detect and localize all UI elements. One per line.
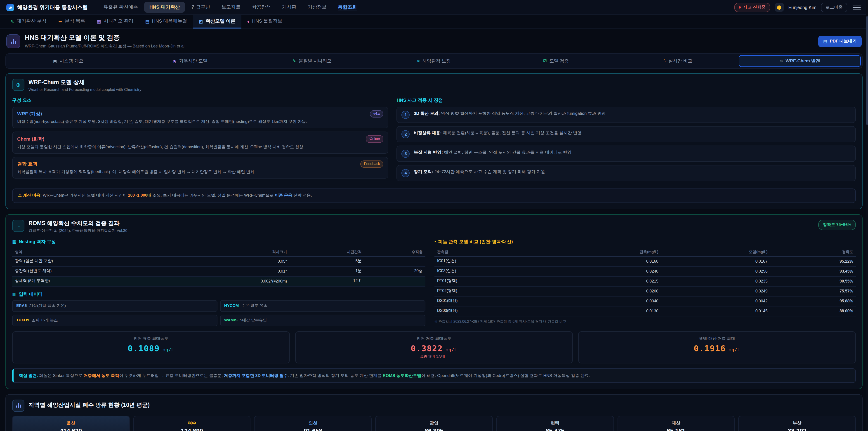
grid-icon: ▦ (12, 239, 17, 244)
logout-button[interactable]: 로그아웃 (821, 2, 847, 12)
benefit-number: 1 (402, 111, 410, 119)
region-body: 울산414,620m³/일1,037t/년 (14, 420, 127, 431)
subnav-tab-label: 분석 목록 (65, 18, 85, 24)
document-icon: ▤ (823, 39, 827, 43)
nesting-table: 영역격자크기시간간격수직층광역 (일본·대만 포함)0.05°5분중간역 (한반… (12, 247, 426, 286)
benefit-item: 2비정상류 대응: 해륙풍 전환(해풍↔육풍), 돌풍, 전선 통과 등 시변 … (397, 126, 856, 143)
chip-key: HYCOM (224, 303, 239, 308)
wrf-chem-section: ⊕ WRF-Chem 모델 상세 Weather Research and Fo… (5, 73, 863, 209)
subnav-tab-label: 대기확산 분석 (17, 18, 46, 24)
model-component-card: 결합 효과Feedback화학물질의 복사 효과가 기상장에 되먹임(feedb… (12, 157, 389, 179)
topnav-item[interactable]: 보고자료 (217, 2, 246, 13)
benefit-desc: 해안 절벽, 항만 구조물, 인접 도시의 건물 효과를 지형 데이터로 반영 (444, 150, 571, 155)
topnav-item[interactable]: HNS·대기확산 (145, 2, 185, 13)
region-body: 대산65,181m³/일346t/년 (620, 420, 733, 431)
wrf-section-header: ⊕ WRF-Chem 모델 상세 Weather Research and Fo… (6, 74, 862, 95)
inputs-heading: ▥ 입력 데이터 (12, 291, 426, 297)
column-header: 영역 (12, 247, 173, 256)
table-row: 중간역 (한반도 해역)0.01°1분20층 (12, 266, 426, 276)
region-name: 대산 (620, 420, 733, 426)
region-value: 86,395 (377, 428, 490, 431)
discharge-title: 지역별 해양산업시설 폐수 방류 현황 (10년 평균) (29, 401, 150, 409)
content-tab[interactable]: ϟ실시간 비교 (617, 55, 739, 67)
region-value: 91,658 (256, 428, 369, 431)
topnav-item[interactable]: 유출유 확산예측 (98, 2, 143, 13)
content-tab-label: WRF-Chem 발전 (785, 58, 820, 64)
observed-cell: 0.0130 (552, 306, 661, 316)
page-scrollbar[interactable] (866, 0, 868, 431)
content-tab[interactable]: ✎물질별 시나리오 (251, 55, 373, 67)
stat-label: 평택·대산 저층 최대 (582, 336, 852, 341)
benefit-item: 13D 확산 모의: 연직 방향 확산까지 포함한 정밀 농도장 계산. 고층 … (397, 107, 856, 123)
app-title: 해양환경 위기대응 통합시스템 (17, 4, 88, 11)
subnav-tab[interactable]: ♦HNS 물질정보 (241, 15, 288, 29)
lightning-icon: ϟ (663, 59, 666, 63)
wrf-columns: 구성 요소 WRF (기상)v4.x비정수압(non-hydrostatic) … (6, 95, 862, 187)
region-name: 평택 (499, 420, 612, 426)
benefits-heading: HNS 사고 적용 시 장점 (397, 97, 856, 103)
status-dot-icon (739, 6, 741, 8)
content-tab[interactable]: ▣시스템 개요 (7, 55, 129, 67)
modeled-cell: 0.0235 (661, 276, 770, 286)
observed-cell: 0.0200 (552, 286, 661, 296)
scenario-icon: ✎ (292, 59, 296, 63)
subnav-tab-label: HNS 물질정보 (252, 18, 282, 24)
incident-status-badge[interactable]: 사고 진행중 (734, 2, 770, 12)
subnav-tab[interactable]: ◩확산모델 이론 (193, 15, 241, 29)
benefit-number: 2 (402, 130, 410, 138)
stat-label: 인천 저층 최대농도 (299, 336, 569, 341)
globe-icon: ⊕ (12, 79, 24, 91)
accuracy-cell: 93.45% (770, 266, 856, 276)
station-cell: PT01(평택) (434, 276, 552, 286)
topnav-item[interactable]: 게시판 (277, 2, 301, 13)
app-brand[interactable]: w 해양환경 위기대응 통합시스템 (6, 3, 88, 11)
content-tab[interactable]: ≈해양환경 보정 (373, 55, 495, 67)
region-stat-card: 대산65,181m³/일346t/년 (617, 416, 735, 431)
wrf-benefits-column: HNS 사고 적용 시 장점 13D 확산 모의: 연직 방향 확산까지 포함한… (397, 95, 856, 184)
table-row: IC01(인천)0.01600.016795.22% (434, 256, 856, 266)
accuracy-badge: 정확도 75~96% (818, 219, 856, 230)
modeled-cell: 0.0145 (661, 306, 770, 316)
column-header: 모델(mg/L) (661, 247, 770, 256)
stat-value: 0.3822 mg/L (299, 343, 569, 353)
subnav-tab-label: 시나리오 관리 (104, 18, 133, 24)
content-tab-label: 시스템 개요 (59, 58, 84, 64)
stat-unit: mg/L (726, 347, 740, 352)
region-stat-card: 울산414,620m³/일1,037t/년 (12, 416, 129, 431)
benefit-number: 4 (402, 169, 410, 177)
notifications-button[interactable] (775, 3, 784, 12)
content-tab[interactable]: ⊕WRF-Chem 발전 (739, 55, 861, 67)
table-header-row: 관측점관측(mg/L)모델(mg/L)정확도 (434, 247, 856, 256)
topnav-item[interactable]: 긴급구난 (186, 2, 215, 13)
main-nav: 유출유 확산예측HNS·대기확산긴급구난보고자료항공탐색게시판기상정보통합조회 (98, 2, 362, 13)
model-component-card: Chem (화학)Online기상 모델과 동일한 시간 스텝에서 화학종의 이… (12, 132, 389, 154)
benefits-list: 13D 확산 모의: 연직 방향 확산까지 포함한 정밀 농도장 계산. 고층 … (397, 107, 856, 181)
accuracy-cell: 95.22% (770, 256, 856, 266)
phenol-table-head: 관측점관측(mg/L)모델(mg/L)정확도 (434, 247, 856, 256)
components-list: WRF (기상)v4.x비정수압(non-hydrostatic) 중규모 기상… (12, 107, 389, 179)
stat-label: 인천 표층 최대농도 (16, 336, 286, 341)
wrf-section-title: WRF-Chem 모델 상세 (29, 79, 142, 86)
table-row: IC03(인천)0.02400.025693.45% (434, 266, 856, 276)
content-tab[interactable]: ◉가우시안 모델 (129, 55, 251, 67)
scrollbar-thumb[interactable] (866, 16, 868, 125)
user-name[interactable]: Eunjeong Kim (788, 5, 816, 10)
topnav-item[interactable]: 항공탐색 (247, 2, 276, 13)
topnav-item[interactable]: 기상정보 (303, 2, 332, 13)
benefit-text: 복잡 지형 반영: 해안 절벽, 항만 구조물, 인접 도시의 건물 효과를 지… (414, 150, 571, 156)
topnav-item[interactable]: 통합조회 (333, 2, 362, 13)
column-header: 수직층 (364, 247, 426, 256)
chip-label: 수온·염분·유속 (240, 303, 268, 308)
subnav-tab[interactable]: ☰분석 목록 (53, 15, 91, 29)
subnav-tab[interactable]: ▦시나리오 관리 (91, 15, 140, 29)
components-heading: 구성 요소 (12, 97, 389, 103)
region-body: 평택85,475m³/일781t/년 (499, 420, 612, 431)
discharge-section: 지역별 해양산업시설 폐수 방류 현황 (10년 평균) 울산414,620m³… (5, 394, 863, 431)
content-tab[interactable]: ☑모델 검증 (495, 55, 617, 67)
menu-icon[interactable] (852, 4, 862, 11)
pdf-export-button[interactable]: ▤ PDF 내보내기 (818, 36, 862, 47)
region-value: 85,475 (499, 428, 612, 431)
subnav-tab[interactable]: ▤HNS 대응매뉴얼 (140, 15, 193, 29)
component-badge: v4.x (370, 110, 383, 118)
subnav-tab[interactable]: ✎대기확산 분석 (4, 15, 53, 29)
